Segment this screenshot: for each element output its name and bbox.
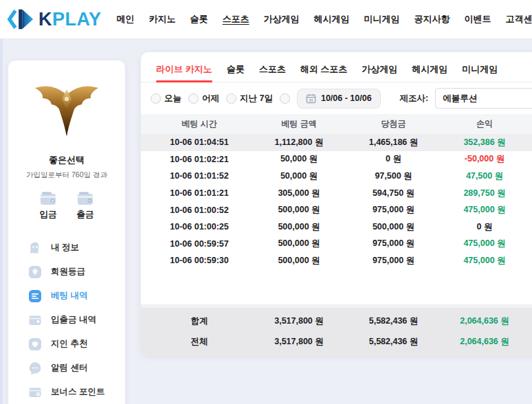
radio-label: 지난 7일 [240, 93, 273, 104]
column-header: 베팅 시간 [148, 118, 251, 130]
cell-win-amount: 975,000 원 [347, 238, 440, 249]
table-row: 10-06 00:59:30500,000 원975,000 원475,000 … [141, 252, 532, 269]
logo-k: K [38, 9, 52, 30]
manufacturer-input[interactable] [435, 88, 532, 109]
sidebar-item-notification-center[interactable]: 알림 센터 [27, 356, 125, 380]
withdraw-wallet-icon [76, 190, 94, 207]
cell-bet-time: 10-06 01:01:21 [148, 188, 251, 198]
username: 좋은선택 [8, 154, 125, 166]
tab-hash-games[interactable]: 헤시게임 [412, 63, 447, 82]
radio-custom-range[interactable] [280, 93, 290, 104]
table-row: 10-06 01:01:21305,000 원594,750 원289,750 … [141, 185, 532, 202]
tab-sports[interactable]: 스포츠 [259, 63, 286, 82]
bonus-wallet-icon [27, 385, 43, 400]
cell-win-amount: 500,000 원 [347, 221, 440, 233]
nav-item-main[interactable]: 메인 [117, 13, 135, 25]
sidebar-item-label: 지인 추천 [51, 338, 87, 350]
table-row: 10-06 01:02:2150,000 원0 원-50,000 원 [141, 151, 532, 168]
column-header: 당첨금 [347, 118, 440, 130]
sidebar-item-label: 알림 센터 [51, 362, 87, 374]
nav-item-mini-games[interactable]: 미니게임 [364, 13, 400, 25]
tab-slots[interactable]: 슬롯 [227, 63, 245, 82]
tab-overseas-sports[interactable]: 해외 스포츠 [300, 63, 348, 82]
tab-mini-games[interactable]: 미니게임 [462, 63, 498, 82]
tab-live-casino[interactable]: 라이브 카지노 [156, 63, 212, 82]
cell-bet-time: 10-06 01:00:52 [148, 205, 251, 215]
nav-item-casino[interactable]: 카지노 [149, 13, 176, 25]
betting-history-icon [27, 289, 43, 304]
radio-circle [151, 93, 161, 104]
table-row: 10-06 00:59:57500,000 원975,000 원475,000 … [141, 236, 532, 253]
radio-yesterday[interactable]: 어제 [188, 93, 219, 104]
table-row: 10-06 01:04:511,112,800 원1,465,186 원352,… [141, 134, 532, 151]
cell-win-amount: 0 원 [347, 153, 440, 165]
summary-label: 합계 [148, 315, 251, 327]
radio-circle [188, 93, 199, 104]
manufacturer-label: 제조사: [400, 93, 429, 104]
cell-bet-time: 10-06 01:02:21 [148, 155, 251, 164]
calendar-icon: 31 [306, 93, 316, 104]
radio-last-7-days[interactable]: 지난 7일 [226, 93, 273, 104]
cell-profit: 352,386 원 [440, 137, 529, 148]
nav-item-hash-games[interactable]: 헤시게임 [314, 13, 350, 25]
nav-item-notice[interactable]: 공지사항 [414, 13, 450, 25]
sidebar-item-betting-history[interactable]: 베팅 내역 [27, 284, 125, 308]
sidebar-item-deposit-withdraw-history[interactable]: 입출금 내역 [27, 308, 125, 332]
cell-profit: 47,500 원 [440, 170, 529, 182]
sidebar-item-referral[interactable]: 지인 추천 [27, 332, 125, 356]
cell-bet-amount: 50,000 원 [251, 170, 347, 182]
summary-win-amount: 5,582,436 원 [347, 336, 440, 348]
nav-item-sports[interactable]: 스포츠 [223, 13, 250, 25]
deposit-label: 입금 [40, 209, 57, 221]
radio-circle [226, 93, 236, 104]
cell-bet-amount: 50,000 원 [251, 153, 347, 165]
sidebar-item-bonus-points[interactable]: 보너스 포인트 [27, 380, 125, 404]
date-radios: 오늘어제지난 7일 [151, 93, 290, 104]
radio-label: 어제 [202, 93, 219, 104]
summary-profit: 2,064,636 원 [440, 336, 529, 348]
sidebar-item-member-grade[interactable]: 회원등급 [27, 260, 125, 284]
column-header: 베팅 금액 [251, 118, 347, 130]
summary-row: 합계3,517,800 원5,582,436 원2,064,636 원 [141, 311, 532, 331]
brand-logo-text: KPLAY [38, 9, 102, 30]
sidebar-item-my-info[interactable]: 내 정보 [27, 236, 125, 260]
cell-bet-amount: 500,000 원 [251, 204, 347, 216]
cell-bet-amount: 305,000 원 [251, 188, 347, 199]
sidebar-item-label: 보너스 포인트 [51, 386, 104, 398]
radio-label: 오늘 [164, 93, 181, 104]
top-navigation: 메인카지노슬롯스포츠가상게임헤시게임미니게임공지사항이벤트고객센터 [117, 13, 532, 25]
cell-bet-time: 10-06 00:59:57 [148, 239, 251, 249]
nav-item-virtual-games[interactable]: 가상게임 [264, 13, 300, 25]
brand-logo[interactable]: KPLAY [5, 5, 102, 33]
withdraw-button[interactable]: 출금 [76, 190, 94, 221]
rank-emblem [25, 67, 108, 151]
cell-win-amount: 1,465,186 원 [347, 137, 440, 148]
cell-win-amount: 975,000 원 [347, 204, 440, 216]
nav-item-slots[interactable]: 슬롯 [190, 13, 208, 25]
deposit-button[interactable]: 입금 [39, 190, 57, 221]
deposit-wallet-icon [39, 190, 57, 207]
top-bar: KPLAY 메인카지노슬롯스포츠가상게임헤시게임미니게임공지사항이벤트고객센터 [0, 0, 532, 39]
cell-bet-time: 10-06 01:01:52 [148, 171, 251, 181]
date-range-picker[interactable]: 31 10/06 - 10/06 [297, 89, 381, 109]
join-info: 가입일로부터 760일 경과 [8, 170, 125, 180]
cell-profit: 0 원 [440, 221, 529, 233]
summary-bet-amount: 3,517,800 원 [251, 336, 347, 348]
cell-bet-amount: 500,000 원 [251, 255, 347, 267]
wallet-buttons: 입금출금 [8, 190, 125, 221]
nav-item-events[interactable]: 이벤트 [465, 13, 491, 25]
chat-bubble-icon [27, 361, 43, 376]
grade-icon [27, 265, 43, 280]
cell-bet-amount: 500,000 원 [251, 221, 347, 233]
cell-profit: 289,750 원 [440, 188, 529, 199]
summary-win-amount: 5,582,436 원 [347, 315, 440, 327]
radio-today[interactable]: 오늘 [151, 93, 181, 104]
table-summary: 합계3,517,800 원5,582,436 원2,064,636 원전체3,5… [141, 304, 532, 356]
cell-bet-time: 10-06 01:04:51 [148, 137, 251, 147]
sidebar-item-label: 회원등급 [51, 266, 85, 278]
cell-win-amount: 975,000 원 [347, 255, 440, 267]
nav-item-support[interactable]: 고객센터 [506, 13, 532, 25]
heart-icon [27, 337, 43, 352]
tab-virtual-games[interactable]: 가상게임 [362, 63, 397, 82]
cell-bet-time: 10-06 01:00:25 [148, 222, 251, 232]
